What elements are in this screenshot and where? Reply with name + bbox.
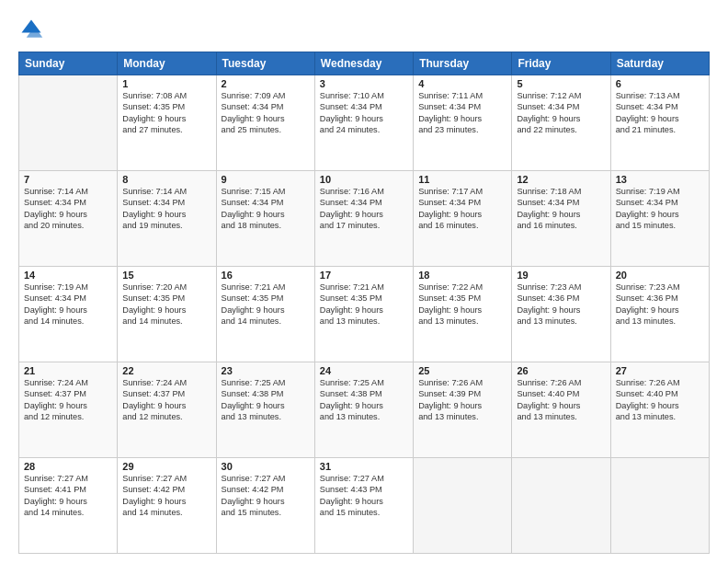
table-row: 7Sunrise: 7:14 AMSunset: 4:34 PMDaylight… [19,171,118,267]
table-row: 10Sunrise: 7:16 AMSunset: 4:34 PMDayligh… [314,171,413,267]
generalblue-logo-icon [18,17,44,42]
calendar-week-row: 7Sunrise: 7:14 AMSunset: 4:34 PMDaylight… [19,171,710,267]
calendar-header-row: Sunday Monday Tuesday Wednesday Thursday… [19,52,710,75]
calendar-week-row: 1Sunrise: 7:08 AMSunset: 4:35 PMDaylight… [19,75,710,171]
day-number: 12 [517,174,605,185]
day-number: 16 [222,270,310,281]
day-info: Sunrise: 7:17 AMSunset: 4:34 PMDaylight:… [418,186,506,232]
table-row: 23Sunrise: 7:25 AMSunset: 4:38 PMDayligh… [216,362,314,458]
day-info: Sunrise: 7:24 AMSunset: 4:37 PMDaylight:… [24,377,112,423]
table-row: 12Sunrise: 7:18 AMSunset: 4:34 PMDayligh… [512,171,610,267]
day-number: 24 [320,365,408,376]
day-number: 21 [24,365,112,376]
table-row [19,75,118,171]
table-row: 8Sunrise: 7:14 AMSunset: 4:34 PMDaylight… [118,171,216,267]
col-wednesday: Wednesday [314,52,413,75]
table-row: 28Sunrise: 7:27 AMSunset: 4:41 PMDayligh… [19,458,118,554]
day-info: Sunrise: 7:26 AMSunset: 4:39 PMDaylight:… [418,377,506,423]
day-number: 30 [222,461,310,472]
day-number: 3 [320,78,408,89]
page: Sunday Monday Tuesday Wednesday Thursday… [0,0,728,563]
day-info: Sunrise: 7:22 AMSunset: 4:35 PMDaylight:… [418,282,506,327]
table-row: 29Sunrise: 7:27 AMSunset: 4:42 PMDayligh… [118,458,216,554]
day-info: Sunrise: 7:26 AMSunset: 4:40 PMDaylight:… [616,377,704,423]
table-row: 6Sunrise: 7:13 AMSunset: 4:34 PMDaylight… [610,75,709,171]
table-row: 22Sunrise: 7:24 AMSunset: 4:37 PMDayligh… [118,362,216,458]
day-info: Sunrise: 7:25 AMSunset: 4:38 PMDaylight:… [222,377,310,423]
day-number: 5 [517,78,605,89]
table-row: 27Sunrise: 7:26 AMSunset: 4:40 PMDayligh… [610,362,709,458]
day-info: Sunrise: 7:26 AMSunset: 4:40 PMDaylight:… [517,377,605,423]
day-info: Sunrise: 7:21 AMSunset: 4:35 PMDaylight:… [222,282,310,327]
col-saturday: Saturday [610,52,709,75]
table-row: 9Sunrise: 7:15 AMSunset: 4:34 PMDaylight… [216,171,314,267]
table-row: 18Sunrise: 7:22 AMSunset: 4:35 PMDayligh… [414,267,512,362]
table-row: 30Sunrise: 7:27 AMSunset: 4:42 PMDayligh… [216,458,314,554]
calendar-week-row: 28Sunrise: 7:27 AMSunset: 4:41 PMDayligh… [19,458,710,554]
table-row: 25Sunrise: 7:26 AMSunset: 4:39 PMDayligh… [414,362,512,458]
day-info: Sunrise: 7:19 AMSunset: 4:34 PMDaylight:… [616,186,704,232]
day-info: Sunrise: 7:13 AMSunset: 4:34 PMDaylight:… [616,90,704,136]
day-info: Sunrise: 7:16 AMSunset: 4:34 PMDaylight:… [320,186,408,232]
table-row: 15Sunrise: 7:20 AMSunset: 4:35 PMDayligh… [118,267,216,362]
col-friday: Friday [512,52,610,75]
day-info: Sunrise: 7:24 AMSunset: 4:37 PMDaylight:… [122,377,210,423]
day-number: 19 [517,270,605,281]
day-info: Sunrise: 7:08 AMSunset: 4:35 PMDaylight:… [122,90,210,136]
day-number: 17 [320,270,408,281]
day-info: Sunrise: 7:14 AMSunset: 4:34 PMDaylight:… [24,186,112,232]
day-number: 27 [616,365,704,376]
table-row: 16Sunrise: 7:21 AMSunset: 4:35 PMDayligh… [216,267,314,362]
day-number: 4 [418,78,506,89]
day-number: 13 [616,174,704,185]
calendar-week-row: 14Sunrise: 7:19 AMSunset: 4:34 PMDayligh… [19,267,710,362]
day-info: Sunrise: 7:23 AMSunset: 4:36 PMDaylight:… [517,282,605,327]
table-row [512,458,610,554]
table-row: 21Sunrise: 7:24 AMSunset: 4:37 PMDayligh… [19,362,118,458]
day-number: 25 [418,365,506,376]
table-row: 4Sunrise: 7:11 AMSunset: 4:34 PMDaylight… [414,75,512,171]
day-info: Sunrise: 7:21 AMSunset: 4:35 PMDaylight:… [320,282,408,327]
col-tuesday: Tuesday [216,52,314,75]
day-number: 23 [222,365,310,376]
table-row: 26Sunrise: 7:26 AMSunset: 4:40 PMDayligh… [512,362,610,458]
day-number: 9 [222,174,310,185]
day-number: 29 [122,461,210,472]
day-info: Sunrise: 7:23 AMSunset: 4:36 PMDaylight:… [616,282,704,327]
day-info: Sunrise: 7:11 AMSunset: 4:34 PMDaylight:… [418,90,506,136]
calendar-week-row: 21Sunrise: 7:24 AMSunset: 4:37 PMDayligh… [19,362,710,458]
day-number: 10 [320,174,408,185]
day-info: Sunrise: 7:27 AMSunset: 4:43 PMDaylight:… [320,473,408,519]
table-row [414,458,512,554]
day-number: 20 [616,270,704,281]
table-row: 2Sunrise: 7:09 AMSunset: 4:34 PMDaylight… [216,75,314,171]
day-number: 6 [616,78,704,89]
day-number: 2 [222,78,310,89]
table-row: 13Sunrise: 7:19 AMSunset: 4:34 PMDayligh… [610,171,709,267]
day-info: Sunrise: 7:27 AMSunset: 4:42 PMDaylight:… [222,473,310,519]
table-row [610,458,709,554]
day-info: Sunrise: 7:27 AMSunset: 4:42 PMDaylight:… [122,473,210,519]
day-info: Sunrise: 7:09 AMSunset: 4:34 PMDaylight:… [222,90,310,136]
table-row: 11Sunrise: 7:17 AMSunset: 4:34 PMDayligh… [414,171,512,267]
day-info: Sunrise: 7:25 AMSunset: 4:38 PMDaylight:… [320,377,408,423]
day-number: 22 [122,365,210,376]
day-info: Sunrise: 7:15 AMSunset: 4:34 PMDaylight:… [222,186,310,232]
day-number: 7 [24,174,112,185]
day-number: 28 [24,461,112,472]
day-info: Sunrise: 7:10 AMSunset: 4:34 PMDaylight:… [320,90,408,136]
day-info: Sunrise: 7:27 AMSunset: 4:41 PMDaylight:… [24,473,112,519]
day-number: 11 [418,174,506,185]
day-number: 31 [320,461,408,472]
day-number: 14 [24,270,112,281]
day-info: Sunrise: 7:19 AMSunset: 4:34 PMDaylight:… [24,282,112,327]
table-row: 19Sunrise: 7:23 AMSunset: 4:36 PMDayligh… [512,267,610,362]
day-number: 15 [122,270,210,281]
day-info: Sunrise: 7:20 AMSunset: 4:35 PMDaylight:… [122,282,210,327]
table-row: 17Sunrise: 7:21 AMSunset: 4:35 PMDayligh… [314,267,413,362]
table-row: 14Sunrise: 7:19 AMSunset: 4:34 PMDayligh… [19,267,118,362]
table-row: 31Sunrise: 7:27 AMSunset: 4:43 PMDayligh… [314,458,413,554]
table-row: 3Sunrise: 7:10 AMSunset: 4:34 PMDaylight… [314,75,413,171]
day-number: 18 [418,270,506,281]
day-info: Sunrise: 7:12 AMSunset: 4:34 PMDaylight:… [517,90,605,136]
